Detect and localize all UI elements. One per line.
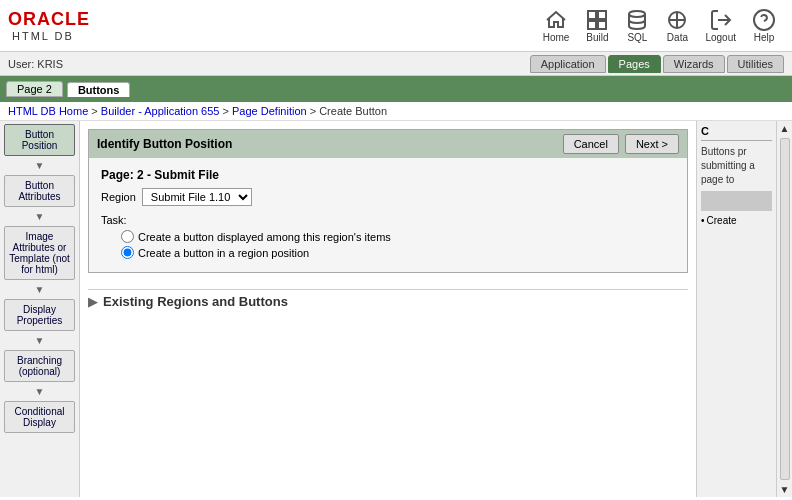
list-item: • Create: [701, 215, 772, 226]
tab-pages[interactable]: Pages: [608, 55, 661, 73]
scroll-up-icon[interactable]: ▲: [778, 121, 792, 136]
sidebar: Button Position ▼ Button Attributes ▼ Im…: [0, 121, 80, 497]
breadcrumb-link-home[interactable]: HTML DB Home: [8, 105, 88, 117]
sidebar-arrow-2: ▼: [0, 211, 79, 222]
sidebar-arrow-3: ▼: [0, 284, 79, 295]
nav-tabs: Application Pages Wizards Utilities: [530, 55, 784, 73]
help-icon-button[interactable]: Help: [752, 8, 776, 43]
identify-body: Page: 2 - Submit File Region Submit File…: [89, 158, 687, 272]
build-label: Build: [586, 32, 608, 43]
sidebar-item-image-attributes[interactable]: Image Attributes or Template (not for ht…: [4, 226, 75, 280]
data-icon-button[interactable]: Data: [665, 8, 689, 43]
tab-buttons[interactable]: Buttons: [67, 82, 131, 97]
breadcrumb-sep2: >: [223, 105, 232, 117]
tab-wizards[interactable]: Wizards: [663, 55, 725, 73]
scroll-track[interactable]: [780, 138, 790, 480]
tab-application[interactable]: Application: [530, 55, 606, 73]
oracle-logo: ORACLE HTML DB: [8, 9, 90, 42]
expand-arrow-icon[interactable]: ▶: [88, 295, 97, 309]
breadcrumb-link-pagedef[interactable]: Page Definition: [232, 105, 307, 117]
page-tabs-bar: Page 2 Buttons: [0, 76, 792, 102]
right-panel: C Buttons pr submitting a page to • Crea…: [696, 121, 776, 497]
sidebar-item-label: Branching (optional): [17, 355, 62, 377]
svg-rect-2: [588, 21, 596, 29]
right-panel-list: • Create: [701, 215, 772, 226]
sidebar-arrow-1: ▼: [0, 160, 79, 171]
sidebar-item-label: Button Attributes: [18, 180, 60, 202]
data-icon: [665, 8, 689, 32]
breadcrumb-sep3: >: [310, 105, 319, 117]
tab-page2[interactable]: Page 2: [6, 81, 63, 97]
logout-icon: [709, 8, 733, 32]
breadcrumb-link-builder[interactable]: Builder - Application 655: [101, 105, 220, 117]
user-info: User: KRIS: [8, 58, 63, 70]
htmldb-text: HTML DB: [12, 30, 74, 42]
existing-section: ▶ Existing Regions and Buttons: [88, 289, 688, 313]
data-label: Data: [667, 32, 688, 43]
sidebar-item-button-attributes[interactable]: Button Attributes: [4, 175, 75, 207]
identify-header: Identify Button Position Cancel Next >: [89, 130, 687, 158]
sidebar-item-button-position[interactable]: Button Position: [4, 124, 75, 156]
svg-rect-1: [598, 11, 606, 19]
content-area: Identify Button Position Cancel Next > P…: [80, 121, 696, 497]
identify-section: Identify Button Position Cancel Next > P…: [88, 129, 688, 273]
help-icon: [752, 8, 776, 32]
header-icons: Home Build SQL Data Logo: [543, 8, 776, 43]
radio-label-among-items: Create a button displayed among this reg…: [138, 231, 391, 243]
radio-region-position[interactable]: [121, 246, 134, 259]
sidebar-arrow-5: ▼: [0, 386, 79, 397]
region-label: Region: [101, 191, 136, 203]
bullet-icon: •: [701, 215, 705, 226]
existing-title: Existing Regions and Buttons: [103, 294, 288, 309]
home-icon-button[interactable]: Home: [543, 8, 570, 43]
next-button[interactable]: Next >: [625, 134, 679, 154]
sidebar-item-display-properties[interactable]: Display Properties: [4, 299, 75, 331]
right-panel-header: C: [701, 125, 772, 141]
radio-row-2: Create a button in a region position: [121, 246, 675, 259]
existing-header: ▶ Existing Regions and Buttons: [88, 289, 688, 313]
sidebar-item-label: Button Position: [22, 129, 58, 151]
breadcrumb: HTML DB Home > Builder - Application 655…: [0, 102, 792, 121]
svg-point-4: [629, 11, 645, 17]
scrollbar: ▲ ▼: [776, 121, 792, 497]
sidebar-item-conditional-display[interactable]: Conditional Display: [4, 401, 75, 433]
right-panel-text: Buttons pr submitting a page to: [701, 145, 772, 187]
radio-row-1: Create a button displayed among this reg…: [121, 230, 675, 243]
oracle-text: ORACLE: [8, 9, 90, 30]
build-icon-button[interactable]: Build: [585, 8, 609, 43]
sql-icon-button[interactable]: SQL: [625, 8, 649, 43]
sidebar-item-label: Display Properties: [17, 304, 63, 326]
list-item-label: Create: [707, 215, 737, 226]
help-label: Help: [754, 32, 775, 43]
header-buttons: Cancel Next >: [563, 134, 679, 154]
breadcrumb-sep1: >: [91, 105, 100, 117]
svg-rect-0: [588, 11, 596, 19]
logout-icon-button[interactable]: Logout: [705, 8, 736, 43]
sidebar-item-branching[interactable]: Branching (optional): [4, 350, 75, 382]
home-label: Home: [543, 32, 570, 43]
home-icon: [544, 8, 568, 32]
main-layout: Button Position ▼ Button Attributes ▼ Im…: [0, 121, 792, 497]
svg-rect-3: [598, 21, 606, 29]
radio-label-region-position: Create a button in a region position: [138, 247, 309, 259]
sql-label: SQL: [627, 32, 647, 43]
page-label: Page: 2 - Submit File: [101, 168, 675, 182]
task-label: Task:: [101, 214, 675, 226]
sidebar-arrow-4: ▼: [0, 335, 79, 346]
tab-utilities[interactable]: Utilities: [727, 55, 784, 73]
sql-icon: [625, 8, 649, 32]
right-panel-divider: [701, 191, 772, 211]
region-row: Region Submit File 1.10: [101, 188, 675, 206]
region-select[interactable]: Submit File 1.10: [142, 188, 252, 206]
scroll-down-icon[interactable]: ▼: [778, 482, 792, 497]
radio-among-items[interactable]: [121, 230, 134, 243]
identify-title: Identify Button Position: [97, 137, 232, 151]
cancel-button[interactable]: Cancel: [563, 134, 619, 154]
logout-label: Logout: [705, 32, 736, 43]
build-icon: [585, 8, 609, 32]
sidebar-item-label: Conditional Display: [14, 406, 64, 428]
user-bar: User: KRIS Application Pages Wizards Uti…: [0, 52, 792, 76]
breadcrumb-current: Create Button: [319, 105, 387, 117]
sidebar-item-label: Image Attributes or Template (not for ht…: [9, 231, 70, 275]
app-header: ORACLE HTML DB Home Build SQL: [0, 0, 792, 52]
